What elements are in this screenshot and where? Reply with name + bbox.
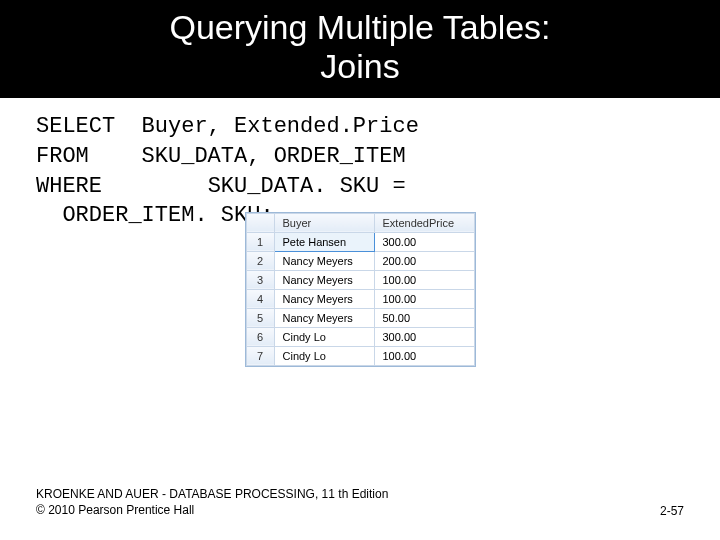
result-table: Buyer ExtendedPrice 1 Pete Hansen 300.00…: [246, 213, 475, 366]
col-buyer: Buyer: [274, 213, 374, 232]
title-bar: Querying Multiple Tables: Joins: [0, 0, 720, 98]
footer-credits: KROENKE AND AUER - DATABASE PROCESSING, …: [36, 486, 388, 518]
table-row: 7 Cindy Lo 100.00: [246, 346, 474, 365]
sql-line-where: WHERE SKU_DATA. SKU =: [36, 172, 684, 202]
table-row: 3 Nancy Meyers 100.00: [246, 270, 474, 289]
sql-line-from: FROM SKU_DATA, ORDER_ITEM: [36, 142, 684, 172]
sql-code-block: SELECT Buyer, Extended.Price FROM SKU_DA…: [0, 98, 720, 231]
table-row: 6 Cindy Lo 300.00: [246, 327, 474, 346]
table-row: 5 Nancy Meyers 50.00: [246, 308, 474, 327]
slide-number: 2-57: [660, 504, 684, 518]
col-rownum: [246, 213, 274, 232]
slide: Querying Multiple Tables: Joins SELECT B…: [0, 0, 720, 540]
footer: KROENKE AND AUER - DATABASE PROCESSING, …: [36, 486, 684, 518]
selected-cell: Pete Hansen: [274, 232, 374, 251]
table-row: 2 Nancy Meyers 200.00: [246, 251, 474, 270]
result-table-wrap: Buyer ExtendedPrice 1 Pete Hansen 300.00…: [0, 213, 720, 366]
table-row: 1 Pete Hansen 300.00: [246, 232, 474, 251]
table-row: 4 Nancy Meyers 100.00: [246, 289, 474, 308]
sql-line-select: SELECT Buyer, Extended.Price: [36, 112, 684, 142]
slide-title: Querying Multiple Tables: Joins: [0, 8, 720, 86]
col-extendedprice: ExtendedPrice: [374, 213, 474, 232]
